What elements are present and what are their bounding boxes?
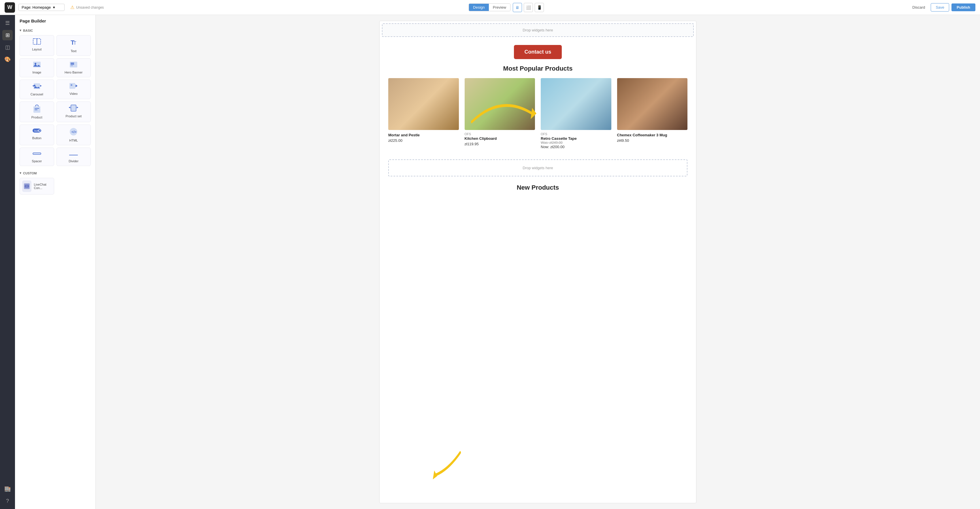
divider-icon <box>69 151 78 158</box>
product-brand-1: OFS <box>465 132 535 136</box>
widget-html[interactable]: </> HTML <box>56 124 91 145</box>
sidebar-custom-header[interactable]: CUSTOM <box>15 169 95 177</box>
video-icon <box>69 83 78 91</box>
carousel-label: Carousel <box>30 92 43 96</box>
drop-zone-1[interactable]: Drop widgets here <box>382 23 694 37</box>
svg-text:T: T <box>73 41 76 46</box>
widget-button[interactable]: button↗ Button <box>20 124 54 145</box>
custom-chevron <box>20 171 21 175</box>
widget-product-set[interactable]: ◂▸ Product set <box>56 102 91 122</box>
product-set-icon: ◂▸ <box>68 105 78 113</box>
unsaved-warning: ⚠ Unsaved changes <box>70 5 104 10</box>
widget-image[interactable]: Image <box>20 58 54 77</box>
tablet-view-btn[interactable]: ⬜ <box>524 3 533 12</box>
product-pricing-2: Was: zł249.00 Now: zł200.00 <box>541 141 611 149</box>
svg-text:↗: ↗ <box>39 129 41 132</box>
widget-spacer[interactable]: Spacer <box>20 148 54 166</box>
product-price-1: zł119.95 <box>465 142 535 146</box>
design-btn[interactable]: Design <box>469 4 488 11</box>
product-image-0 <box>388 78 459 130</box>
widget-video[interactable]: Video <box>56 80 91 99</box>
contact-section: Contact us <box>380 39 696 62</box>
main-layout: ☰ ⊞ ◫ 🎨 🏬 ? Page Builder BASIC Layout <box>0 15 980 509</box>
unsaved-label: Unsaved changes <box>76 5 104 10</box>
product-now-2: Now: zł200.00 <box>541 145 611 149</box>
svg-rect-20 <box>71 105 76 111</box>
livechat-label: LiveChat Con... <box>34 183 52 190</box>
canvas-area: Drop widgets here Contact us Most Popula… <box>96 15 980 509</box>
carousel-icon: ◂▸ <box>32 83 42 91</box>
product-icon <box>33 105 41 115</box>
product-label: Product <box>32 116 42 119</box>
text-icon: TT <box>70 38 78 48</box>
product-card-3: Chemex Coffeemaker 3 Mug zł49.50 <box>617 78 688 149</box>
video-label: Video <box>70 92 78 95</box>
drop-zone-2[interactable]: Drop widgets here <box>388 159 687 177</box>
html-icon: </> <box>70 128 78 137</box>
html-label: HTML <box>69 138 78 142</box>
divider-label: Divider <box>68 159 78 163</box>
save-button[interactable]: Save <box>931 3 949 11</box>
product-name-3: Chemex Coffeemaker 3 Mug <box>617 133 688 137</box>
device-view-icons: 🖥 ⬜ 📱 <box>513 3 544 12</box>
page-select-label: Page: Homepage <box>22 5 51 10</box>
product-name-1: Kitchen Clipboard <box>465 136 535 141</box>
custom-widgets-area: LiveChat Con... <box>15 177 95 198</box>
topbar: W Page: Homepage ▾ ⚠ Unsaved changes Des… <box>0 0 980 15</box>
page-select-chevron: ▾ <box>53 5 55 10</box>
widget-product[interactable]: Product <box>20 102 54 122</box>
rail-store-icon[interactable]: 🏬 <box>2 484 13 494</box>
svg-marker-36 <box>433 470 437 479</box>
page-select[interactable]: Page: Homepage ▾ <box>18 4 65 11</box>
product-name-0: Mortar and Pestle <box>388 133 459 137</box>
widget-text[interactable]: TT Text <box>56 35 91 56</box>
image-label: Image <box>32 71 41 74</box>
icon-rail: ☰ ⊞ ◫ 🎨 🏬 ? <box>0 15 15 509</box>
spacer-icon <box>33 151 41 158</box>
widget-divider[interactable]: Divider <box>56 148 91 166</box>
product-image-3 <box>617 78 688 130</box>
most-popular-section: Most Popular Products Mortar and Pestle … <box>380 62 696 155</box>
preview-btn[interactable]: Preview <box>489 4 510 11</box>
basic-label: BASIC <box>23 29 33 32</box>
svg-rect-13 <box>70 83 75 89</box>
basic-widgets-grid: Layout TT Text Image Hero B <box>15 34 95 169</box>
button-icon: button↗ <box>32 128 41 135</box>
layout-label: Layout <box>32 48 41 51</box>
sidebar-title: Page Builder <box>15 18 95 27</box>
product-set-label: Product set <box>65 115 81 118</box>
drop-zone-1-label: Drop widgets here <box>523 28 553 32</box>
discard-button[interactable]: Discard <box>909 3 928 11</box>
desktop-view-btn[interactable]: 🖥 <box>513 3 522 12</box>
svg-text:▸: ▸ <box>77 105 78 109</box>
publish-button[interactable]: Publish <box>951 3 975 11</box>
rail-help-icon[interactable]: ? <box>2 496 13 506</box>
widget-hero-banner[interactable]: Hero Banner <box>56 58 91 77</box>
app-logo: W <box>5 2 15 13</box>
image-icon <box>33 61 41 70</box>
sidebar-basic-header[interactable]: BASIC <box>15 27 95 34</box>
new-products-title: New Products <box>380 181 696 192</box>
products-grid: Mortar and Pestle zł225.00 OFS Kitchen C… <box>388 78 687 149</box>
rail-palette-icon[interactable]: 🎨 <box>2 54 13 65</box>
svg-marker-14 <box>76 84 78 87</box>
svg-rect-17 <box>35 108 39 109</box>
widget-livechat[interactable]: LiveChat Con... <box>20 178 54 194</box>
widget-layout[interactable]: Layout <box>20 35 54 56</box>
svg-rect-8 <box>71 65 73 66</box>
rail-layers-icon[interactable]: ◫ <box>2 42 13 52</box>
rail-menu-icon[interactable]: ☰ <box>2 18 13 28</box>
svg-rect-7 <box>71 62 74 65</box>
contact-us-button[interactable]: Contact us <box>514 45 562 59</box>
svg-text:▸: ▸ <box>40 84 42 87</box>
svg-text:◂: ◂ <box>68 105 70 109</box>
mobile-view-btn[interactable]: 📱 <box>535 3 544 12</box>
button-label: Button <box>32 136 41 140</box>
most-popular-title: Most Popular Products <box>388 65 687 72</box>
rail-builder-icon[interactable]: ⊞ <box>2 30 13 40</box>
topbar-center: Design Preview 🖥 ⬜ 📱 <box>107 3 905 12</box>
widget-carousel[interactable]: ◂▸ Carousel <box>20 80 54 99</box>
svg-text:</>: </> <box>72 130 76 134</box>
drop-zone-2-label: Drop widgets here <box>523 166 553 170</box>
product-price-0: zł225.00 <box>388 138 459 143</box>
